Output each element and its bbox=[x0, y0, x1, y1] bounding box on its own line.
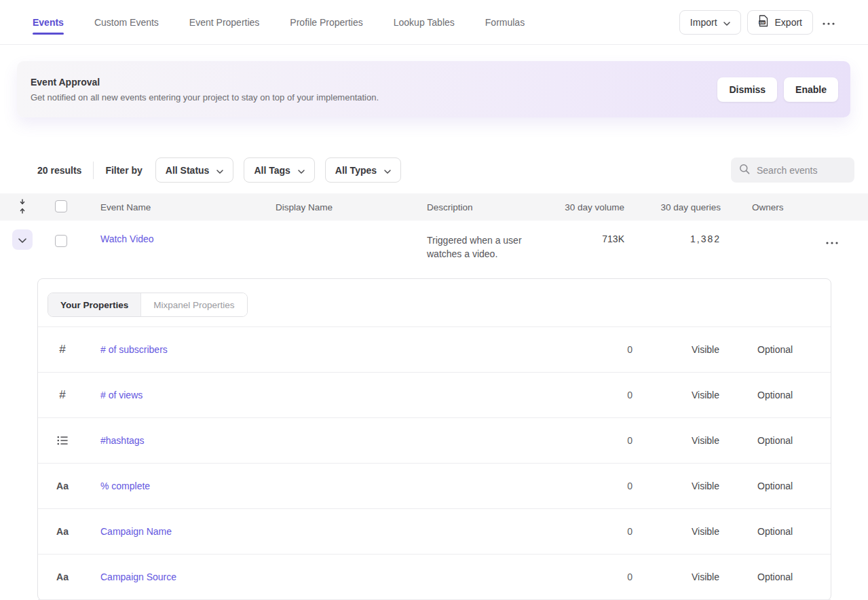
types-filter-label: All Types bbox=[335, 165, 377, 176]
property-row: Aa Campaign Name 0 Visible Optional bbox=[38, 509, 831, 555]
vertical-divider bbox=[93, 162, 94, 179]
more-options-button[interactable] bbox=[819, 10, 838, 35]
text-type-icon: Aa bbox=[54, 526, 71, 537]
tab-lookup-tables[interactable]: Lookup Tables bbox=[394, 0, 455, 44]
row-menu-cell bbox=[820, 233, 868, 249]
csv-file-icon: csv bbox=[758, 15, 769, 29]
property-name-cell: #hashtags bbox=[100, 435, 592, 446]
chevron-down-icon bbox=[18, 235, 26, 245]
collapse-row-button[interactable] bbox=[12, 229, 33, 250]
properties-tab-group: Your Properties Mixpanel Properties bbox=[48, 293, 248, 317]
number-type-icon: # bbox=[54, 343, 71, 356]
status-filter-dropdown[interactable]: All Status bbox=[155, 157, 234, 183]
property-requirement: Optional bbox=[757, 390, 798, 400]
banner-description: Get notified on all new events entering … bbox=[31, 92, 379, 102]
banner-actions: Dismiss Enable bbox=[717, 77, 838, 102]
collapse-all-icon bbox=[18, 199, 26, 216]
text-type-glyph: Aa bbox=[56, 481, 69, 491]
tab-your-properties[interactable]: Your Properties bbox=[48, 293, 140, 316]
property-name-link[interactable]: Campaign Name bbox=[100, 526, 172, 537]
tab-profile-properties[interactable]: Profile Properties bbox=[290, 0, 362, 44]
tab-events[interactable]: Events bbox=[33, 0, 64, 44]
property-name-link[interactable]: # of subscribers bbox=[100, 344, 168, 355]
tab-lookup-tables-label: Lookup Tables bbox=[394, 17, 455, 28]
lexicon-tabs: Events Custom Events Event Properties Pr… bbox=[33, 0, 525, 44]
events-table-header: Event Name Display Name Description 30 d… bbox=[0, 193, 868, 221]
column-header-owners: Owners bbox=[752, 202, 820, 212]
filter-toolbar: 20 results Filter by All Status All Tags… bbox=[37, 157, 854, 183]
column-header-30-day-volume: 30 day volume bbox=[556, 202, 624, 212]
number-type-glyph: # bbox=[59, 388, 65, 402]
search-events-box bbox=[731, 157, 854, 183]
select-all-cell bbox=[55, 200, 67, 214]
top-navigation: Events Custom Events Event Properties Pr… bbox=[0, 0, 868, 45]
property-name-link[interactable]: % complete bbox=[100, 481, 150, 491]
search-events-input[interactable] bbox=[757, 165, 845, 176]
property-row: # # of views 0 Visible Optional bbox=[38, 373, 831, 418]
tags-filter-label: All Tags bbox=[254, 165, 290, 176]
property-row: #hashtags 0 Visible Optional bbox=[38, 418, 831, 464]
property-name-link[interactable]: # of views bbox=[100, 390, 143, 400]
tab-events-label: Events bbox=[33, 17, 64, 28]
select-all-checkbox[interactable] bbox=[55, 200, 67, 212]
property-visibility: Visible bbox=[692, 435, 725, 446]
property-name-cell: Campaign Name bbox=[100, 526, 592, 537]
property-requirement: Optional bbox=[757, 481, 798, 491]
row-more-options-button[interactable] bbox=[826, 233, 838, 249]
property-requirement: Optional bbox=[757, 344, 798, 355]
description-text: Triggered when a user watches a video. bbox=[427, 235, 522, 259]
event-name-link[interactable]: Watch Video bbox=[100, 233, 154, 244]
import-button[interactable]: Import bbox=[679, 10, 741, 35]
tab-custom-events[interactable]: Custom Events bbox=[94, 0, 159, 44]
number-type-glyph: # bbox=[59, 343, 65, 356]
svg-text:csv: csv bbox=[759, 21, 765, 24]
tab-formulas[interactable]: Formulas bbox=[485, 0, 525, 44]
queries-cell: 1,382 bbox=[624, 233, 721, 244]
search-icon bbox=[739, 164, 750, 177]
export-button[interactable]: csv Export bbox=[747, 10, 813, 35]
property-name-link[interactable]: #hashtags bbox=[100, 435, 145, 446]
ellipsis-icon bbox=[823, 17, 835, 27]
text-type-icon: Aa bbox=[54, 481, 71, 491]
collapse-all-button[interactable] bbox=[12, 199, 33, 216]
property-count: 0 bbox=[592, 344, 633, 355]
enable-button[interactable]: Enable bbox=[784, 77, 838, 102]
property-name-link[interactable]: Campaign Source bbox=[100, 571, 176, 582]
property-visibility: Visible bbox=[692, 526, 725, 537]
text-type-glyph: Aa bbox=[56, 571, 69, 582]
event-name-cell: Watch Video bbox=[100, 233, 276, 244]
property-row: Aa Campaign Source 0 Visible Optional bbox=[38, 555, 831, 600]
expand-cell bbox=[12, 233, 33, 250]
property-name-cell: # of subscribers bbox=[100, 344, 592, 355]
export-button-label: Export bbox=[775, 17, 802, 28]
property-count: 0 bbox=[592, 481, 633, 491]
row-select-checkbox[interactable] bbox=[55, 235, 67, 247]
active-tab-underline bbox=[33, 33, 64, 35]
chevron-down-icon bbox=[216, 165, 223, 176]
banner-text: Event Approval Get notified on all new e… bbox=[31, 77, 379, 102]
nav-actions: Import csv Export bbox=[679, 0, 838, 44]
list-type-icon bbox=[54, 436, 71, 445]
text-type-glyph: Aa bbox=[56, 526, 69, 537]
dismiss-button[interactable]: Dismiss bbox=[717, 77, 777, 102]
tab-mixpanel-properties[interactable]: Mixpanel Properties bbox=[140, 293, 246, 316]
property-visibility: Visible bbox=[692, 390, 725, 400]
column-header-30-day-queries: 30 day queries bbox=[624, 202, 721, 212]
tab-custom-events-label: Custom Events bbox=[94, 17, 159, 28]
banner-title: Event Approval bbox=[31, 77, 379, 88]
property-requirement: Optional bbox=[757, 435, 798, 446]
filter-by-label: Filter by bbox=[105, 165, 142, 176]
property-row: # # of subscribers 0 Visible Optional bbox=[38, 327, 831, 373]
types-filter-dropdown[interactable]: All Types bbox=[325, 157, 401, 183]
tab-event-properties[interactable]: Event Properties bbox=[189, 0, 260, 44]
event-properties-panel: Your Properties Mixpanel Properties # # … bbox=[37, 278, 831, 600]
tab-profile-properties-label: Profile Properties bbox=[290, 17, 362, 28]
number-type-icon: # bbox=[54, 388, 71, 402]
chevron-down-icon bbox=[298, 165, 305, 176]
tags-filter-dropdown[interactable]: All Tags bbox=[244, 157, 314, 183]
table-row-watch-video: Watch Video Triggered when a user watche… bbox=[0, 221, 868, 278]
property-row: Aa % complete 0 Visible Optional bbox=[38, 464, 831, 509]
description-cell: Triggered when a user watches a video. bbox=[427, 233, 556, 261]
event-approval-banner: Event Approval Get notified on all new e… bbox=[17, 61, 850, 117]
text-type-icon: Aa bbox=[54, 571, 71, 582]
